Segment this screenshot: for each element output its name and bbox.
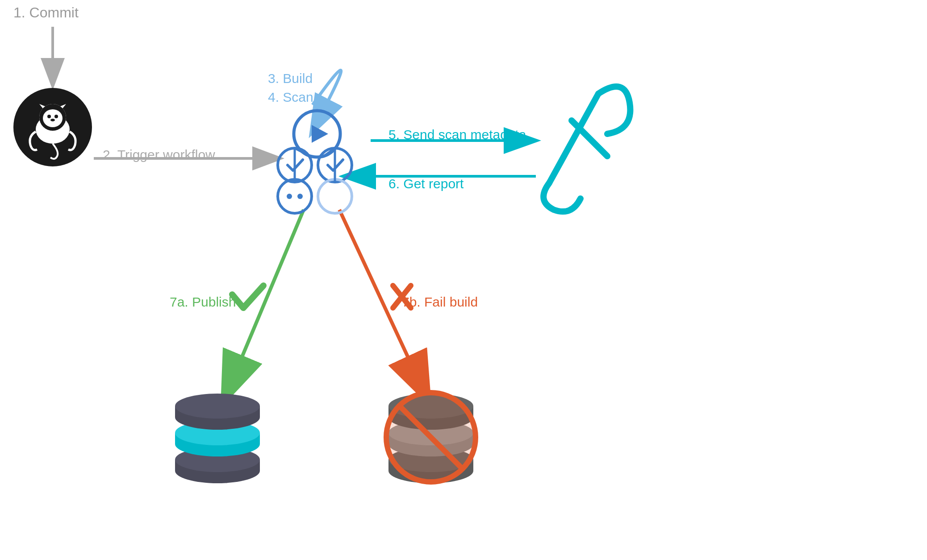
label-scan: 4. Scan bbox=[268, 90, 313, 104]
svg-point-54 bbox=[388, 394, 473, 419]
svg-rect-47 bbox=[388, 460, 473, 471]
svg-point-48 bbox=[388, 447, 473, 472]
svg-point-49 bbox=[388, 431, 473, 456]
svg-rect-50 bbox=[388, 433, 473, 444]
svg-rect-53 bbox=[388, 406, 473, 417]
svg-rect-44 bbox=[175, 406, 260, 417]
svg-point-18 bbox=[39, 104, 66, 131]
svg-point-40 bbox=[175, 431, 260, 456]
svg-point-29 bbox=[297, 194, 303, 199]
svg-point-46 bbox=[388, 458, 473, 483]
svg-point-13 bbox=[13, 88, 92, 166]
diagram-container: 1. Commit 2. Trigger workflow 3. Build 4… bbox=[0, 0, 927, 560]
label-build-scan: 3. Build 4. Scan bbox=[268, 69, 313, 107]
svg-line-35 bbox=[549, 94, 598, 183]
svg-line-34 bbox=[322, 148, 335, 157]
svg-rect-41 bbox=[175, 433, 260, 444]
label-get-report: 6. Get report bbox=[388, 176, 464, 191]
svg-point-27 bbox=[278, 179, 312, 213]
svg-point-42 bbox=[175, 420, 260, 445]
svg-point-43 bbox=[175, 405, 260, 430]
label-commit: 1. Commit bbox=[13, 4, 79, 21]
svg-point-28 bbox=[287, 194, 292, 199]
svg-point-45 bbox=[175, 394, 260, 419]
svg-marker-17 bbox=[57, 104, 66, 108]
svg-marker-24 bbox=[312, 125, 328, 143]
svg-marker-16 bbox=[39, 104, 48, 108]
svg-line-56 bbox=[400, 406, 462, 469]
svg-point-14 bbox=[36, 115, 70, 144]
svg-point-55 bbox=[386, 393, 476, 482]
svg-point-30 bbox=[318, 179, 352, 213]
label-build: 3. Build bbox=[268, 71, 313, 86]
svg-line-33 bbox=[295, 148, 312, 157]
svg-point-15 bbox=[39, 104, 66, 131]
svg-line-36 bbox=[572, 120, 607, 156]
svg-point-23 bbox=[294, 111, 340, 157]
label-publish: 7a. Publish bbox=[170, 295, 236, 310]
svg-point-22 bbox=[50, 119, 55, 121]
svg-point-26 bbox=[318, 148, 352, 182]
label-fail-build: 7b. Fail build bbox=[402, 295, 478, 310]
svg-point-20 bbox=[47, 115, 51, 118]
svg-rect-38 bbox=[175, 460, 260, 471]
svg-point-39 bbox=[175, 447, 260, 472]
label-send-metadata: 5. Send scan metadata bbox=[388, 127, 526, 142]
svg-point-37 bbox=[175, 458, 260, 483]
svg-point-19 bbox=[43, 109, 63, 127]
label-trigger-workflow: 2. Trigger workflow bbox=[103, 147, 215, 162]
svg-point-52 bbox=[388, 405, 473, 430]
svg-point-21 bbox=[54, 115, 58, 118]
svg-point-51 bbox=[388, 420, 473, 445]
svg-point-25 bbox=[278, 148, 312, 182]
